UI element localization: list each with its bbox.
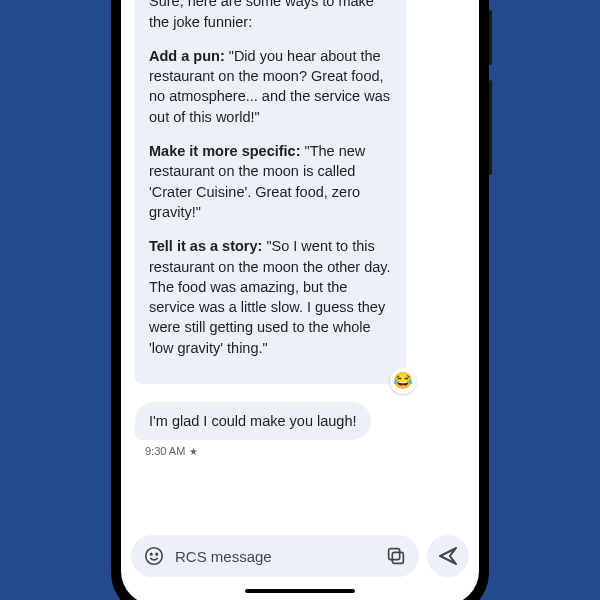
ai-message[interactable]: Sure, here are some ways to make the jok… — [135, 0, 406, 384]
screen: Can you help me make this joke funnier? … — [121, 0, 479, 600]
home-indicator[interactable] — [245, 589, 355, 593]
power-button — [489, 80, 492, 175]
emoji-icon[interactable] — [143, 545, 165, 567]
svg-point-1 — [151, 553, 152, 554]
ai-suggestion-1: Add a pun: "Did you hear about the resta… — [149, 46, 392, 127]
input-row: RCS message — [121, 527, 479, 585]
ai-message-followup[interactable]: I'm glad I could make you laugh! — [135, 402, 371, 440]
rcs-icon — [189, 447, 198, 456]
ai-suggestion-3: Tell it as a story: "So I went to this r… — [149, 236, 392, 358]
reaction-laugh-emoji[interactable]: 😂 — [390, 368, 416, 394]
volume-button — [489, 10, 492, 65]
svg-rect-3 — [389, 549, 400, 560]
svg-point-0 — [146, 548, 163, 565]
ai-suggestion-2: Make it more specific: "The new restaura… — [149, 141, 392, 222]
svg-rect-4 — [392, 552, 403, 563]
nav-bar — [121, 585, 479, 600]
timestamp: 9:30 AM — [145, 445, 198, 457]
ai-intro: Sure, here are some ways to make the jok… — [149, 0, 392, 32]
gallery-icon[interactable] — [385, 545, 407, 567]
input-placeholder: RCS message — [175, 548, 375, 565]
svg-point-2 — [156, 553, 157, 554]
message-input[interactable]: RCS message — [131, 535, 419, 577]
send-button[interactable] — [427, 535, 469, 577]
timestamp-text: 9:30 AM — [145, 445, 185, 457]
phone-frame: Can you help me make this joke funnier? … — [111, 0, 489, 600]
chat-area[interactable]: Can you help me make this joke funnier? … — [121, 0, 479, 527]
